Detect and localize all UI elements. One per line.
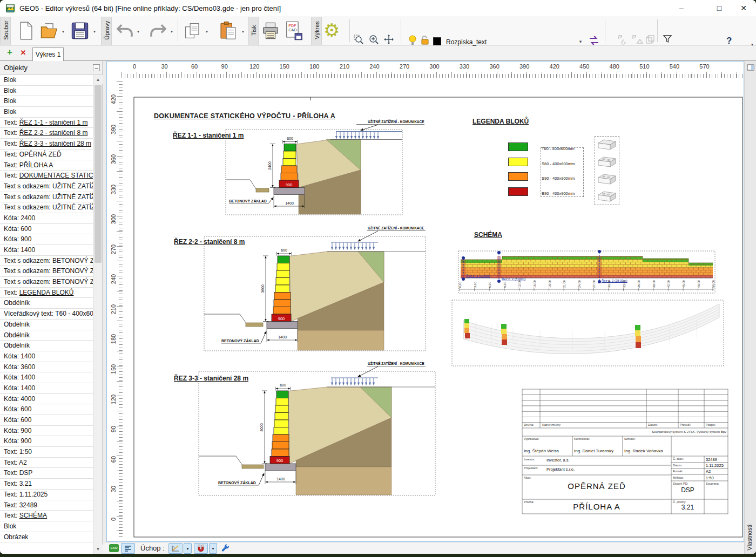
legend-label: S60 - 400x600mm	[542, 159, 575, 166]
snap-axis-button[interactable]	[168, 543, 183, 554]
station-label: 50,00	[712, 280, 715, 288]
legend-label: T60 - 400x600mm	[542, 144, 575, 151]
tb-provedl: Provedl:	[680, 423, 691, 426]
legend-title[interactable]: LEGENDA BLOKŮ	[473, 118, 529, 125]
tb-kontroloval: Ing. Daniel Turanský	[574, 449, 613, 453]
tab-vykres-1[interactable]: Výkres 1	[32, 47, 64, 61]
section-2-title[interactable]: ŘEZ 2-2 - staničení 8 m	[174, 238, 245, 246]
legend-entry[interactable]: T60 - 400x600mm	[508, 142, 575, 152]
drawing-svg[interactable]: UŽITNÉ ZATÍŽENÍ - KOMUNIKACE 600 2400 90…	[0, 0, 756, 554]
properties-panel-strip[interactable]: Vlastnosti	[744, 61, 756, 554]
dim-600[interactable]: 600	[287, 137, 293, 140]
dim-900[interactable]: 900	[276, 458, 284, 463]
cad-badge-icon: CAD	[109, 544, 119, 552]
station-label: 42,00	[667, 280, 670, 288]
foundation-label[interactable]: BETONOVÝ ZÁKLAD	[221, 338, 259, 343]
properties-panel-icon[interactable]	[747, 63, 754, 73]
legend-3d-blocks	[595, 137, 619, 205]
app-window: GEO5 - Editor výkresů (64 bit) [Fine onl…	[0, 0, 756, 554]
tb-akce-label: Akce:	[524, 476, 531, 479]
legend-entry[interactable]: S90 - 400x900mm	[508, 172, 575, 182]
legend-swatch	[508, 142, 528, 151]
dim-2400[interactable]: 2400	[268, 161, 272, 170]
load-label[interactable]: UŽITNÉ ZATÍŽENÍ - KOMUNIKACE	[368, 226, 424, 230]
legend-3d-blocks-box	[595, 136, 619, 205]
tb-format-label: Formát:	[673, 470, 683, 473]
3d-marker-2	[501, 324, 507, 345]
station-label: 30,00	[608, 280, 611, 288]
snap-magnet-button[interactable]	[194, 543, 208, 554]
tb-datum-h: Datum:	[648, 423, 658, 426]
schema-title[interactable]: SCHÉMA	[474, 231, 502, 239]
properties-panel-label[interactable]: Vlastnosti	[746, 525, 753, 551]
schema-marker-1[interactable]	[461, 256, 465, 281]
tb-investor: Investor, a.s.	[546, 458, 570, 463]
schema-marker-label-2[interactable]: Řez č. 2 (8,00m)	[502, 277, 525, 281]
dim-1400[interactable]: 1400	[278, 335, 287, 339]
station-label: 9,00	[503, 282, 507, 288]
station-label: 6,00	[488, 282, 491, 288]
station-label: 18,00	[548, 280, 551, 288]
tb-datum-label: Datum:	[673, 464, 683, 467]
tb-format: A2	[706, 469, 711, 474]
dim-1400[interactable]: 1400	[276, 477, 285, 481]
tb-kontroloval-label: Kontroloval:	[574, 437, 590, 440]
dim-900[interactable]: 900	[278, 316, 285, 321]
legend-entry[interactable]: B90 - 400x900mm	[508, 187, 575, 197]
tb-vypracoval: Ing. Štěpán Weiss	[524, 449, 559, 453]
legend-label: B90 - 400x900mm	[542, 188, 575, 196]
tb-schvalil-label: Schválil:	[624, 437, 635, 440]
dim-3600[interactable]: 3600	[261, 284, 265, 293]
tb-priloha: PŘÍLOHA A	[522, 502, 671, 511]
legend-swatch	[508, 187, 528, 196]
tb-coord-note: Souřadnicový systém S-JTSK, Výškový syst…	[562, 430, 726, 433]
snap-magnet-dropdown[interactable]: ▾	[209, 543, 217, 554]
station-label: 24,00	[578, 280, 581, 288]
tb-akce: OPĚRNÁ ZEĎ	[522, 481, 671, 491]
snap-axis-dropdown[interactable]: ▾	[184, 543, 192, 554]
3d-marker-3	[635, 325, 641, 348]
status-bar: CAD Úchop : ▾ ▾	[103, 542, 744, 554]
load-label[interactable]: UŽITNÉ ZATÍŽENÍ - KOMUNIKACE	[368, 361, 424, 365]
tb-nazev: Název změny:	[542, 423, 561, 426]
dim-900[interactable]: 900	[286, 182, 293, 187]
tb-souprava-label: Souprava:	[706, 482, 719, 485]
tb-projektant: Projektant s.r.o.	[546, 467, 575, 472]
tb-zmena: Změna:	[524, 423, 534, 426]
dim-1400[interactable]: 1400	[285, 201, 294, 205]
station-label: 45,00	[682, 280, 685, 288]
load-label[interactable]: UŽITNÉ ZATÍŽENÍ - KOMUNIKACE	[368, 119, 424, 124]
station-label: 3,00	[474, 282, 477, 288]
dim-600[interactable]: 600	[280, 383, 286, 387]
station-label: 12,00	[518, 280, 521, 288]
tb-cakce: 32489	[706, 457, 717, 462]
tb-meritko-label: Měřítko:	[673, 476, 684, 479]
tb-meritko: 1:50	[706, 476, 714, 480]
dim-600[interactable]: 600	[281, 248, 287, 252]
snap-label: Úchop :	[140, 544, 165, 552]
tb-cakce-label: Č. akce:	[673, 457, 684, 460]
station-label: 39,00	[652, 280, 656, 288]
legend-label: S90 - 400x900mm	[542, 173, 575, 181]
station-label: 36,00	[637, 280, 640, 288]
foundation-label[interactable]: BETONOVÝ ZÁKLAD	[218, 480, 256, 485]
tb-projektant-label: Projektant:	[524, 466, 538, 470]
tb-podpis: Podpis:	[706, 423, 716, 426]
dim-4000[interactable]: 4000	[260, 423, 264, 432]
tb-schvalil: Ing. Radek Voňavka	[624, 449, 663, 453]
section-1-title[interactable]: ŘEZ 1-1 - staničení 1 m	[173, 132, 244, 139]
legend-swatch	[508, 172, 528, 181]
object-list-toggle-button[interactable]	[121, 543, 135, 554]
tb-datum: 1.11.2025	[706, 463, 724, 468]
3d-marker-1	[464, 319, 470, 338]
tb-cprilohy: 3.21	[671, 504, 704, 511]
tb-investor-label: Investor:	[524, 458, 535, 461]
schema-marker-label-1[interactable]: Řez č. 1 (1,00m)	[466, 274, 490, 277]
section-3-title[interactable]: ŘEZ 3-3 - staničení 28 m	[174, 375, 248, 382]
foundation-label[interactable]: BETONOVÝ ZÁKLAD	[229, 199, 267, 203]
tb-stupen-label: Stupeň PD:	[673, 482, 688, 485]
snap-settings-wrench-icon[interactable]	[221, 544, 230, 554]
legend-entry[interactable]: S60 - 400x600mm	[508, 158, 575, 167]
station-label: 21,00	[563, 280, 566, 288]
drawing-main-title[interactable]: DOKUMENTACE STATICKÉHO VÝPOČTU - PŘÍLOHA…	[154, 112, 335, 120]
